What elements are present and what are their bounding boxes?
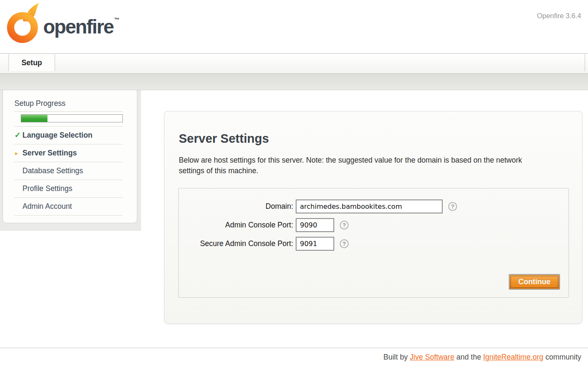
admin-port-label: Admin Console Port: [179, 221, 296, 230]
footer-middle: and the [454, 353, 483, 361]
form-row-secure-port: Secure Admin Console Port: ? [179, 236, 569, 251]
tab-bar: Setup [0, 54, 588, 73]
progress-bar [21, 114, 123, 122]
page-description: Below are host settings for this server.… [179, 155, 548, 176]
setup-progress-card: Setup Progress ✓ Language Selection ▸ Se… [3, 90, 137, 223]
tab-bar-right-divider [585, 54, 585, 71]
sidebar-item-language-selection: ✓ Language Selection [14, 127, 123, 144]
main-panel: Server Settings Below are host settings … [164, 111, 582, 324]
app-header: openfire™ Openfire 3.6.4 [0, 0, 588, 54]
setup-steps-list: ✓ Language Selection ▸ Server Settings D… [14, 127, 123, 216]
sidebar-item-label: Profile Settings [22, 184, 72, 193]
sidebar-item-label: Language Selection [22, 131, 92, 139]
sidebar-item-server-settings: ▸ Server Settings [14, 144, 123, 162]
check-icon: ✓ [14, 130, 21, 140]
page-title: Server Settings [179, 132, 582, 146]
tab-setup[interactable]: Setup [8, 54, 55, 71]
footer-prefix: Built by [383, 353, 410, 361]
igniterealtime-link[interactable]: IgniteRealtime.org [483, 353, 544, 361]
sidebar-divider [14, 111, 123, 112]
progress-fill [21, 115, 47, 122]
continue-button[interactable]: Continue [509, 274, 560, 290]
version-label: Openfire 3.6.4 [537, 12, 581, 20]
secure-port-label: Secure Admin Console Port: [179, 239, 296, 248]
footer-text: Built by Jive Software and the IgniteRea… [0, 348, 588, 362]
sidebar-item-label: Admin Account [22, 202, 72, 210]
tab-setup-label: Setup [22, 58, 42, 67]
setup-progress-title: Setup Progress [14, 99, 137, 108]
sidebar-item-admin-account: Admin Account [14, 198, 123, 216]
footer-suffix: community [544, 353, 581, 361]
sidebar-item-database-settings: Database Settings [14, 162, 123, 180]
domain-input[interactable] [296, 199, 443, 213]
secure-admin-console-port-input[interactable] [296, 237, 334, 251]
subnav-bar [0, 73, 588, 90]
admin-console-port-input[interactable] [296, 218, 334, 232]
sidebar-item-label: Server Settings [22, 149, 77, 157]
help-icon[interactable]: ? [340, 239, 349, 248]
server-settings-form: Domain: ? Admin Console Port: ? Secure A… [178, 188, 569, 298]
form-row-domain: Domain: ? [179, 199, 569, 213]
sidebar-item-label: Database Settings [22, 166, 83, 175]
form-row-admin-port: Admin Console Port: ? [179, 218, 569, 232]
openfire-wordmark: openfire™ [43, 15, 119, 38]
page-footer: Built by Jive Software and the IgniteRea… [0, 348, 588, 362]
domain-label: Domain: [179, 202, 296, 211]
help-icon[interactable]: ? [340, 221, 349, 230]
wordmark-text: openfire [43, 16, 113, 38]
help-icon[interactable]: ? [448, 202, 457, 211]
trademark-symbol: ™ [114, 17, 119, 23]
sidebar-item-profile-settings: Profile Settings [14, 180, 123, 198]
arrow-right-icon: ▸ [15, 150, 18, 156]
openfire-flame-icon [6, 3, 43, 44]
jive-software-link[interactable]: Jive Software [410, 353, 454, 361]
